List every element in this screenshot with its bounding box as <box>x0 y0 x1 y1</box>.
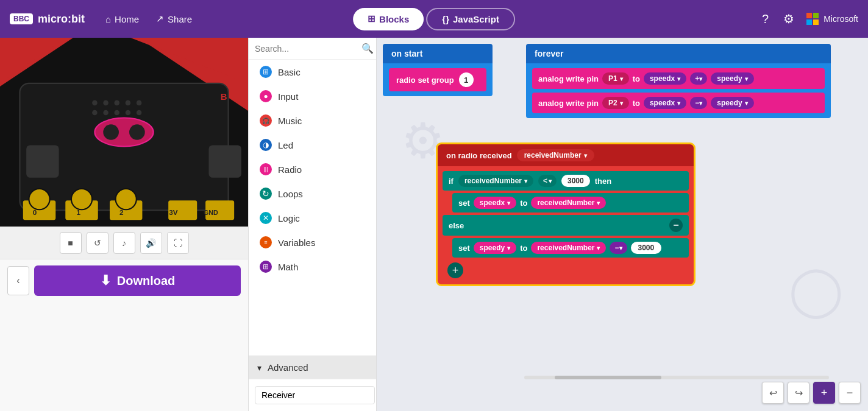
restart-button[interactable]: ↺ <box>87 232 108 254</box>
less-than-dropdown[interactable]: < ▾ <box>538 175 557 187</box>
speedy-dropdown-1[interactable]: speedy <box>711 72 753 85</box>
add-branch-button[interactable]: + <box>447 262 463 278</box>
tab-group: ⊞ Blocks {} JavaScript <box>353 8 515 30</box>
category-led[interactable]: ◑ Led <box>249 133 376 157</box>
analog-write-p1[interactable]: analog write pin P1 to speedx + ▾ speedy <box>532 68 825 89</box>
help-button[interactable]: ? <box>760 10 771 29</box>
home-icon: ⌂ <box>105 14 111 24</box>
sidebar-toggle-button[interactable]: ‹ <box>7 266 29 295</box>
analog-write-label-2: analog write pin <box>538 99 599 108</box>
category-list: ⊞ Basic ● Input 🎧 Music ◑ Led ||| Radio … <box>249 60 376 356</box>
received-number-cond-dropdown[interactable]: receivedNumber ▾ <box>458 175 533 187</box>
speedx-dropdown-2[interactable]: speedx <box>644 97 686 109</box>
svg-point-10 <box>114 100 119 106</box>
on-radio-received-label: on radio received <box>446 151 512 160</box>
svg-marker-1 <box>130 38 247 83</box>
loops-dot: ↻ <box>260 188 272 200</box>
received-number-dropdown[interactable]: receivedNumber ▾ <box>517 149 594 161</box>
plus-operator[interactable]: + ▾ <box>690 72 707 85</box>
workspace-content: ⚙ ◯ ◯ on start radio set group 1 forever <box>377 38 868 411</box>
received-number-var-dropdown[interactable]: receivedNumber ▾ <box>531 197 606 209</box>
tab-blocks[interactable]: ⊞ Blocks <box>353 8 424 30</box>
search-input[interactable] <box>255 44 361 54</box>
remove-else-button[interactable]: − <box>669 219 683 232</box>
download-button[interactable]: ⬇ Download <box>34 265 241 296</box>
microsoft-label: Microsoft <box>824 14 858 24</box>
category-basic[interactable]: ⊞ Basic <box>249 60 376 84</box>
if-row: if receivedNumber ▾ < ▾ 3000 then <box>443 171 689 191</box>
svg-text:0: 0 <box>76 191 80 198</box>
category-radio[interactable]: ||| Radio <box>249 157 376 181</box>
else-row: else − <box>443 215 689 236</box>
category-radio-label: Radio <box>278 164 302 175</box>
undo-button[interactable]: ↩ <box>762 382 784 404</box>
speedx-var-dropdown[interactable]: speedx ▾ <box>474 197 516 209</box>
group-number: 1 <box>459 72 474 87</box>
svg-text:3V: 3V <box>169 208 178 216</box>
on-start-body: radio set group 1 <box>383 63 493 96</box>
received-number-var2-dropdown[interactable]: receivedNumber ▾ <box>531 242 606 254</box>
set-speedy-block[interactable]: set speedy ▾ to receivedNumber ▾ − ▾ 300… <box>452 238 689 258</box>
pin-p1-dropdown[interactable]: P1 <box>602 72 629 85</box>
svg-point-11 <box>126 100 131 106</box>
fullscreen-button[interactable]: ⛶ <box>167 232 189 254</box>
redo-button[interactable]: ↪ <box>788 382 809 404</box>
svg-point-17 <box>137 110 142 116</box>
svg-text:0: 0 <box>33 208 37 216</box>
home-button[interactable]: ⌂ Home <box>99 11 145 27</box>
set-label-2: set <box>458 244 470 253</box>
speedy-dropdown-2[interactable]: speedy <box>711 97 753 109</box>
svg-point-9 <box>103 100 108 106</box>
minus-op-dropdown[interactable]: − ▾ <box>610 242 627 254</box>
category-music-label: Music <box>278 116 302 126</box>
workspace-panel[interactable]: ⚙ ◯ ◯ on start radio set group 1 forever <box>377 38 868 411</box>
svg-point-8 <box>92 100 98 106</box>
logic-dot: ✕ <box>260 212 272 224</box>
minus-3000-value: 3000 <box>631 242 662 254</box>
category-loops[interactable]: ↻ Loops <box>249 181 376 206</box>
category-variables[interactable]: ≡ Variables <box>249 230 376 255</box>
analog-write-label-1: analog write pin <box>538 74 599 83</box>
scrollbar-thumb <box>555 376 661 379</box>
category-math[interactable]: ⊞ Math <box>249 255 376 279</box>
sim-controls: ■ ↺ ♪ 🔊 ⛶ <box>0 227 248 259</box>
svg-point-7 <box>129 124 145 140</box>
speedx-dropdown-1[interactable]: speedx <box>644 72 686 85</box>
workspace-toolbar: ↩ ↪ + − <box>762 382 861 404</box>
radio-received-header: on radio received receivedNumber ▾ <box>438 144 694 166</box>
radio-dot: ||| <box>260 163 272 175</box>
category-logic-label: Logic <box>278 213 300 223</box>
input-dot: ● <box>260 90 272 102</box>
tab-blocks-label: Blocks <box>379 14 409 24</box>
zoom-in-button[interactable]: + <box>813 382 835 404</box>
project-name-bar: 💾 <box>249 379 376 411</box>
settings-button[interactable]: ⚙ <box>781 9 797 29</box>
to-label-1: to <box>633 74 640 83</box>
svg-point-26 <box>71 189 92 209</box>
svg-point-6 <box>103 124 119 140</box>
horizontal-scrollbar[interactable] <box>524 376 829 379</box>
radio-set-group-block[interactable]: radio set group 1 <box>389 68 486 91</box>
category-music[interactable]: 🎧 Music <box>249 108 376 133</box>
analog-write-p2[interactable]: analog write pin P2 to speedx − ▾ speedy <box>532 93 825 113</box>
audio-button[interactable]: ♪ <box>113 232 135 254</box>
bbc-icon: BBC <box>10 13 33 24</box>
stop-button[interactable]: ■ <box>60 232 82 254</box>
zoom-out-button[interactable]: − <box>839 382 861 404</box>
microbit-display: B A 0 1 2 3V GND <box>0 38 248 227</box>
volume-button[interactable]: 🔊 <box>140 232 162 254</box>
tab-javascript[interactable]: {} JavaScript <box>426 8 515 30</box>
category-input[interactable]: ● Input <box>249 84 376 108</box>
category-logic[interactable]: ✕ Logic <box>249 206 376 230</box>
share-label: Share <box>168 14 192 24</box>
set-speedx-block[interactable]: set speedx ▾ to receivedNumber ▾ <box>452 193 689 213</box>
pin-p2-dropdown[interactable]: P2 <box>602 97 629 109</box>
category-advanced[interactable]: ▾ Advanced <box>249 356 376 379</box>
project-name-input[interactable] <box>255 386 375 404</box>
category-loops-label: Loops <box>278 189 303 199</box>
share-button[interactable]: ↗ Share <box>150 11 198 27</box>
speedy-var-dropdown[interactable]: speedy ▾ <box>474 242 516 254</box>
minus-operator[interactable]: − ▾ <box>690 97 707 109</box>
then-label: then <box>595 177 611 186</box>
category-variables-label: Variables <box>278 237 315 248</box>
